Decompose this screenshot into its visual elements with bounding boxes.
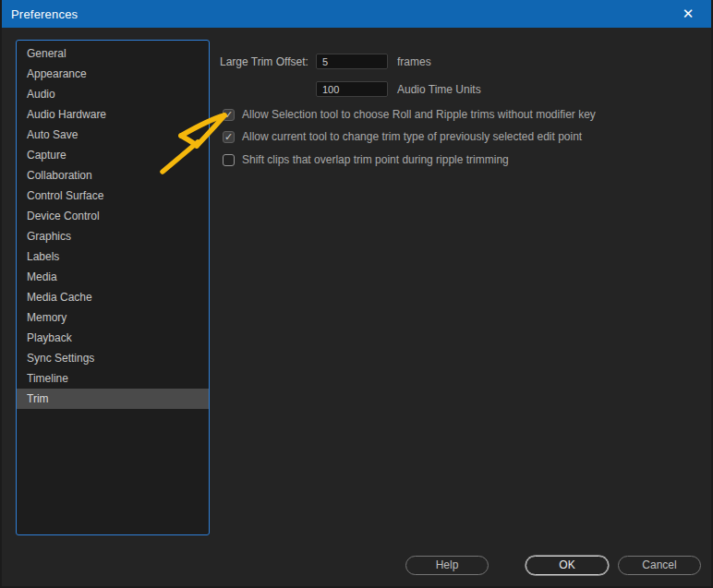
shift-clips-label: Shift clips that overlap trim point duri…: [242, 153, 509, 166]
sidebar-item-audio-hardware[interactable]: Audio Hardware: [17, 104, 209, 125]
sidebar-item-graphics[interactable]: Graphics: [17, 226, 209, 246]
allow-current-tool-label: Allow current tool to change trim type o…: [242, 130, 582, 143]
sidebar-item-media-cache[interactable]: Media Cache: [17, 287, 209, 307]
check-icon: ✓: [224, 132, 233, 142]
audio-time-units-input[interactable]: [316, 81, 388, 97]
ok-button[interactable]: OK: [526, 556, 609, 575]
shift-clips-row: Shift clips that overlap trim point duri…: [223, 153, 509, 166]
sidebar-item-auto-save[interactable]: Auto Save: [17, 125, 209, 145]
sidebar-item-general[interactable]: General: [17, 43, 209, 64]
checkbox-unchecked-icon[interactable]: [223, 154, 235, 166]
sidebar-item-control-surface[interactable]: Control Surface: [17, 186, 209, 206]
close-icon[interactable]: ✕: [674, 0, 702, 28]
audio-time-units-row: Audio Time Units: [220, 81, 481, 97]
sidebar-item-sync-settings[interactable]: Sync Settings: [17, 348, 209, 368]
preferences-category-list: General Appearance Audio Audio Hardware …: [16, 40, 210, 535]
checkbox-checked-icon[interactable]: ✓: [223, 109, 235, 121]
check-icon: ✓: [224, 110, 233, 120]
allow-selection-tool-row: ✓ Allow Selection tool to choose Roll an…: [223, 108, 596, 121]
title-bar: Preferences ✕: [0, 0, 713, 28]
allow-current-tool-row: ✓ Allow current tool to change trim type…: [223, 130, 582, 143]
sidebar-item-appearance[interactable]: Appearance: [17, 64, 209, 84]
audio-time-units-label: Audio Time Units: [397, 83, 481, 96]
frames-suffix-label: frames: [397, 55, 431, 68]
checkbox-checked-icon[interactable]: ✓: [223, 131, 235, 143]
sidebar-item-timeline[interactable]: Timeline: [17, 368, 209, 389]
sidebar-item-trim[interactable]: Trim: [17, 389, 209, 409]
sidebar-item-playback[interactable]: Playback: [17, 328, 209, 348]
cancel-button[interactable]: Cancel: [618, 556, 701, 575]
sidebar-item-memory[interactable]: Memory: [17, 307, 209, 328]
allow-selection-tool-label: Allow Selection tool to choose Roll and …: [242, 108, 596, 121]
window-title: Preferences: [11, 7, 78, 21]
preferences-dialog: Preferences ✕ General Appearance Audio A…: [0, 0, 713, 588]
large-trim-offset-row: Large Trim Offset: frames: [220, 54, 431, 69]
sidebar-item-collaboration[interactable]: Collaboration: [17, 165, 209, 186]
large-trim-offset-input[interactable]: [316, 54, 388, 69]
large-trim-offset-label: Large Trim Offset:: [220, 55, 307, 68]
sidebar-item-device-control[interactable]: Device Control: [17, 206, 209, 226]
help-button[interactable]: Help: [405, 556, 489, 575]
sidebar-item-labels[interactable]: Labels: [17, 246, 209, 267]
sidebar-item-audio[interactable]: Audio: [17, 84, 209, 104]
sidebar-item-media[interactable]: Media: [17, 267, 209, 287]
sidebar-item-capture[interactable]: Capture: [17, 145, 209, 165]
